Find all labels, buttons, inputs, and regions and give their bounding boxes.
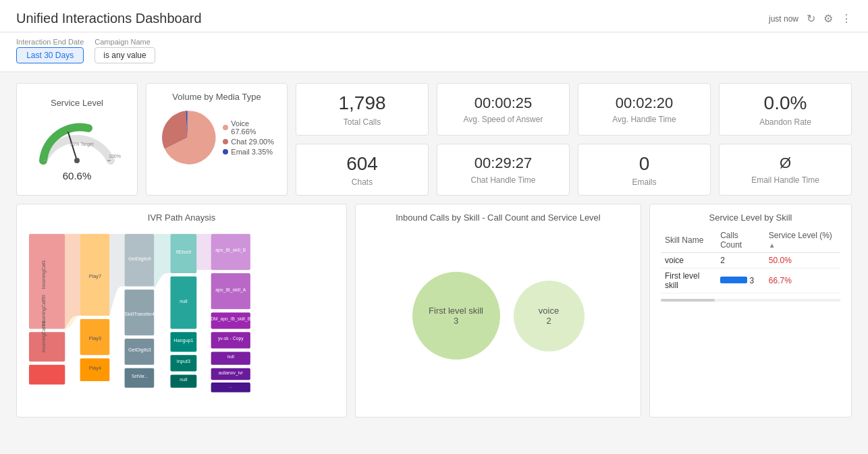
media-type-card: Volume by Media Type Voice 67.66% <box>146 83 288 196</box>
svg-text:null: null <box>180 298 188 304</box>
svg-text:SetVar...: SetVar... <box>132 374 148 378</box>
chats-value: 604 <box>346 152 378 175</box>
top-section: Service Level 50% Target 100% 60.6% <box>16 83 852 196</box>
chat-handle-value: 00:29:27 <box>474 154 533 172</box>
svg-point-1 <box>74 158 80 163</box>
table-row: First level skill 3 66.7% <box>661 268 840 293</box>
service-level-voice: 50.0% <box>765 253 840 268</box>
svg-text:apo_IB_skill_A: apo_IB_skill_A <box>215 287 246 293</box>
inbound-title: Inbound Calls by Skill - Call Count and … <box>367 212 630 223</box>
total-calls-value: 1,798 <box>338 92 385 115</box>
bubble-voice-count: 2 <box>546 316 551 326</box>
svg-text:IncomingCall1: IncomingCall1 <box>41 260 47 289</box>
svg-text:Hangup1: Hangup1 <box>173 337 194 343</box>
svg-rect-6 <box>29 234 65 329</box>
scroll-indicator <box>661 299 840 302</box>
svg-text:Play4: Play4 <box>89 365 101 371</box>
sort-icon: ▲ <box>769 242 776 249</box>
ivr-sankey: IncomingCall1 IncomingCall50 IncomingCal… <box>28 228 335 407</box>
avg-speed-card: 00:00:25 Avg. Speed of Answer <box>437 83 570 136</box>
calls-count-first: 3 <box>716 268 765 293</box>
svg-text:Input3: Input3 <box>177 358 190 364</box>
service-level-value: 60.6% <box>63 170 92 181</box>
skill-bar-first <box>720 277 747 283</box>
timestamp: just now <box>769 14 798 24</box>
inbound-card: Inbound Calls by Skill - Call Count and … <box>355 204 641 418</box>
main-content: Service Level 50% Target 100% 60.6% <box>0 72 868 428</box>
avg-handle-label: Avg. Handle Time <box>612 115 676 124</box>
ivr-card: IVR Path Anaysis IncomingCall1 IncomingC… <box>16 204 347 418</box>
email-label: Email 3.35% <box>231 148 273 156</box>
skill-table: Skill Name Calls Count Service Level (%)… <box>661 228 840 293</box>
skill-table-scroll[interactable]: Skill Name Calls Count Service Level (%)… <box>661 228 840 293</box>
svg-text:apo_IB_skill_B: apo_IB_skill_B <box>215 248 246 253</box>
legend-email: Email 3.35% <box>223 148 276 156</box>
svg-text:...: ... <box>229 385 232 389</box>
chats-card: 604 Chats <box>296 144 429 196</box>
ivr-title: IVR Path Anaysis <box>28 212 335 223</box>
chat-dot <box>223 139 228 144</box>
svg-text:50% Target: 50% Target <box>70 142 93 147</box>
svg-text:GetDigits9: GetDigits9 <box>128 256 151 262</box>
service-level-title: Service Level <box>51 98 103 108</box>
avg-speed-label: Avg. Speed of Answer <box>464 115 543 124</box>
svg-text:Play3: Play3 <box>89 335 101 341</box>
chat-handle-card: 00:29:27 Chat Handle Time <box>437 144 570 196</box>
filter-icon[interactable]: ⚙ <box>823 12 833 25</box>
col-service-level[interactable]: Service Level (%) ▲ <box>765 228 840 253</box>
svg-text:100%: 100% <box>109 154 121 159</box>
campaign-name-button[interactable]: is any value <box>94 47 155 63</box>
svg-rect-8 <box>29 365 65 385</box>
emails-card: 0 Emails <box>578 144 711 196</box>
calls-count-voice: 2 <box>716 253 765 268</box>
avg-handle-value: 00:02:20 <box>616 94 674 112</box>
voice-label: Voice 67.66% <box>231 119 276 136</box>
campaign-name-label: Campaign Name <box>94 38 155 46</box>
service-level-first: 66.7% <box>765 268 840 293</box>
total-calls-card: 1,798 Total Calls <box>296 83 429 136</box>
more-icon[interactable]: ⋮ <box>841 12 852 25</box>
media-type-legend: Voice 67.66% Chat 29.00% Email 3.35% <box>223 119 276 156</box>
abandon-rate-card: 0.0% Abandon Rate <box>719 83 852 136</box>
svg-text:GetDigits3: GetDigits3 <box>128 347 151 353</box>
avg-handle-card: 00:02:20 Avg. Handle Time <box>578 83 711 136</box>
legend-voice: Voice 67.66% <box>223 119 276 136</box>
skill-name-voice: voice <box>661 253 716 268</box>
svg-text:Play7: Play7 <box>89 273 101 279</box>
email-handle-label: Email Handle Time <box>751 175 819 185</box>
chat-label: Chat 29.00% <box>231 138 274 146</box>
col-calls-count[interactable]: Calls Count <box>716 228 765 253</box>
interaction-end-date-group: Interaction End Date Last 30 Days <box>16 38 84 63</box>
email-handle-value: Ø <box>780 154 791 172</box>
skill-level-title: Service Level by Skill <box>661 212 840 223</box>
bubble-first-level: First level skill 3 <box>412 272 500 360</box>
bubble-voice: voice 2 <box>514 281 585 351</box>
total-calls-label: Total Calls <box>344 117 381 127</box>
campaign-name-group: Campaign Name is any value <box>94 38 155 63</box>
legend-chat: Chat 29.00% <box>223 138 276 146</box>
email-dot <box>223 149 228 154</box>
abandon-rate-label: Abandon Rate <box>759 117 811 127</box>
interaction-end-date-button[interactable]: Last 30 Days <box>16 47 84 63</box>
media-type-inner: Voice 67.66% Chat 29.00% Email 3.35% <box>157 107 276 168</box>
chat-handle-label: Chat Handle Time <box>470 175 535 185</box>
bubble-voice-label: voice <box>539 306 559 316</box>
email-handle-card: Ø Email Handle Time <box>719 144 852 196</box>
voice-dot <box>223 125 228 130</box>
col-skill-name[interactable]: Skill Name <box>661 228 716 253</box>
bubble-first-level-count: 3 <box>454 316 458 326</box>
header: Unified Interactions Dashboard just now … <box>0 0 868 32</box>
bubble-first-level-label: First level skill <box>429 306 483 316</box>
scroll-thumb[interactable] <box>661 299 715 302</box>
bubble-chart: First level skill 3 voice 2 <box>367 228 630 403</box>
emails-value: 0 <box>639 152 650 175</box>
pie-chart <box>157 107 217 168</box>
refresh-icon[interactable]: ↻ <box>807 12 815 25</box>
header-actions: just now ↻ ⚙ ⋮ <box>769 12 852 25</box>
page-title: Unified Interactions Dashboard <box>16 11 202 26</box>
gauge-svg: 50% Target 100% <box>33 113 121 167</box>
chats-label: Chats <box>352 177 373 187</box>
svg-text:IncomingCall16: IncomingCall16 <box>41 321 47 353</box>
svg-text:null: null <box>227 354 234 359</box>
svg-text:DM_apo_IB_skill_B: DM_apo_IB_skill_B <box>211 316 251 322</box>
